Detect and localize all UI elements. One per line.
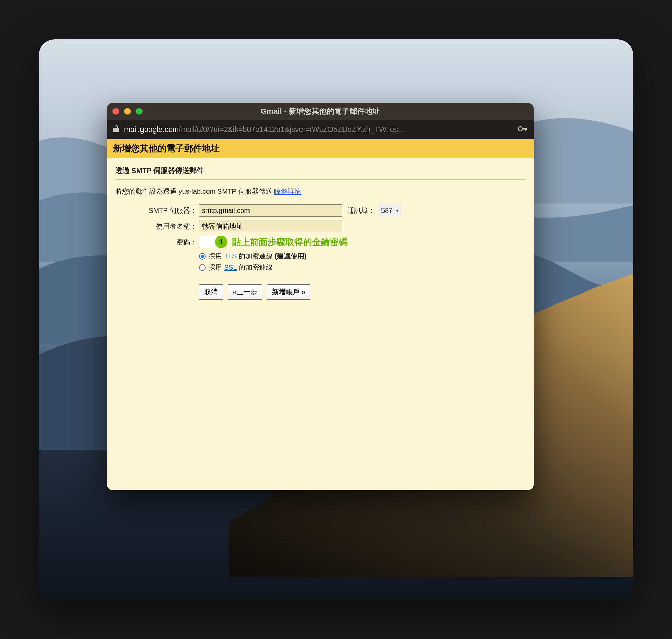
maximize-icon[interactable] [136, 108, 143, 115]
smtp-server-input[interactable] [199, 204, 342, 217]
learn-more-link[interactable]: 瞭解詳情 [274, 188, 301, 195]
svg-rect-1 [522, 128, 527, 130]
password-label: 密碼： [115, 237, 199, 247]
annotation-badge: 1 [215, 236, 227, 248]
radio-ssl-prefix: 採用 [209, 263, 224, 271]
page-header: 新增您其他的電子郵件地址 [107, 139, 534, 158]
username-input[interactable] [199, 220, 342, 232]
port-value: 587 [381, 207, 392, 215]
minimize-icon[interactable] [124, 108, 131, 115]
smtp-label: SMTP 伺服器： [115, 206, 199, 215]
key-icon[interactable] [518, 126, 527, 133]
intro-text: 將您的郵件設為透過 yus-lab.com SMTP 伺服器傳送 瞭解詳情 [115, 187, 525, 196]
buttons-row: 取消 «上一步 新增帳戶 » [199, 284, 525, 300]
annotation: 1 貼上前面步驟取得的金鑰密碼 [220, 236, 353, 248]
radio-tls-suffix: 的加密連線 [237, 252, 274, 260]
page-title: 新增您其他的電子郵件地址 [113, 142, 527, 154]
window-title: Gmail - 新增您其他的電子郵件地址 [107, 106, 534, 117]
radio-tls-prefix: 採用 [209, 252, 224, 260]
row-smtp: SMTP 伺服器： 通訊埠： 587 ▾ [115, 204, 525, 217]
ssl-link[interactable]: SSL [224, 263, 237, 271]
close-icon[interactable] [112, 108, 119, 115]
traffic-lights [112, 108, 143, 115]
tls-link[interactable]: TLS [224, 252, 237, 260]
encryption-radios: 採用 TLS 的加密連線 (建議使用) 採用 SSL 的加密連線 [199, 251, 525, 272]
svg-point-0 [518, 127, 522, 131]
add-account-button[interactable]: 新增帳戶 » [267, 284, 310, 300]
intro-prefix: 將您的郵件設為透過 yus-lab.com SMTP 伺服器傳送 [115, 188, 274, 195]
cancel-button[interactable]: 取消 [199, 284, 223, 300]
smtp-form: SMTP 伺服器： 通訊埠： 587 ▾ 使用者名稱： [115, 204, 525, 300]
wallpaper-card: Gmail - 新增您其他的電子郵件地址 mail.google.com/mai… [39, 39, 633, 600]
annotation-text: 貼上前面步驟取得的金鑰密碼 [232, 236, 348, 248]
titlebar[interactable]: Gmail - 新增您其他的電子郵件地址 [107, 103, 534, 120]
radio-tls-row[interactable]: 採用 TLS 的加密連線 (建議使用) [199, 251, 525, 261]
radio-tls-reco: (建議使用) [274, 252, 306, 260]
row-username: 使用者名稱： [115, 220, 525, 232]
radio-ssl-suffix: 的加密連線 [237, 263, 273, 271]
svg-rect-2 [525, 128, 526, 131]
radio-ssl-row[interactable]: 採用 SSL 的加密連線 [199, 263, 525, 272]
row-password: 密碼： 1 貼上前面步驟取得的金鑰密碼 [115, 236, 525, 248]
url-path: /mail/u/0/?ui=2&ik=b07a1412a1&jsver=tWsZ… [179, 125, 404, 134]
port-label: 通訊埠： [347, 206, 375, 215]
username-label: 使用者名稱： [115, 222, 199, 231]
address-bar[interactable]: mail.google.com/mail/u/0/?ui=2&ik=b07a14… [107, 120, 534, 139]
url-host: mail.google.com [124, 125, 179, 134]
port-select[interactable]: 587 ▾ [378, 205, 401, 216]
browser-window: Gmail - 新增您其他的電子郵件地址 mail.google.com/mai… [107, 103, 534, 490]
content-panel: 透過 SMTP 伺服器傳送郵件 將您的郵件設為透過 yus-lab.com SM… [107, 158, 534, 490]
back-button[interactable]: «上一步 [228, 284, 262, 300]
lock-icon [113, 125, 119, 134]
url-text: mail.google.com/mail/u/0/?ui=2&ik=b07a14… [124, 125, 513, 134]
section-title: 透過 SMTP 伺服器傳送郵件 [115, 164, 525, 180]
radio-ssl[interactable] [199, 264, 206, 271]
radio-tls[interactable] [199, 253, 206, 260]
chevron-down-icon: ▾ [396, 208, 398, 213]
svg-rect-3 [526, 128, 527, 130]
